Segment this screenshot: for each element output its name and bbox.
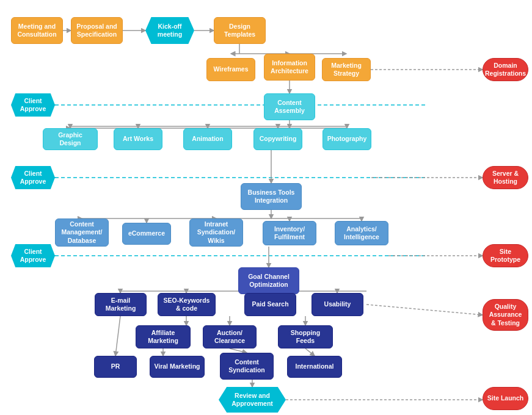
inventory-node: Inventory/ Fulfilment (263, 221, 316, 245)
usability-node: Usability (312, 293, 363, 316)
biz_tools-node: Business Tools Integration (241, 183, 302, 210)
qa_testing-node: Quality Assurance & Testing (483, 299, 528, 331)
international-node: International (287, 356, 342, 378)
viral_mkt-node: Viral Marketing (150, 356, 205, 378)
svg-line-44 (115, 316, 120, 356)
info_arch-node: Information Architecture (264, 54, 315, 81)
content_mgmt-node: Content Management/ Database (55, 218, 109, 247)
design_templates-node: Design Templates (214, 17, 266, 44)
content_assembly-node: Content Assembly (264, 93, 315, 120)
graphic_design-node: Graphic Design (43, 128, 98, 150)
animation-node: Animation (183, 128, 232, 150)
pr-node: PR (94, 356, 137, 378)
email_mkt-node: E-mail Marketing (95, 293, 147, 316)
svg-line-47 (305, 348, 315, 356)
photography-node: Photography (322, 128, 371, 150)
site_prototype-node: Site Prototype (483, 244, 528, 267)
analytics-node: Analytics/ Intelligence (335, 221, 388, 245)
content_syn-node: Content Syndication (220, 353, 274, 380)
client_approve3-node: Client Approve (11, 244, 55, 267)
kickoff-node: Kick-off meeting (145, 17, 194, 44)
intranet_syn-node: Intranet Syndication/ Wikis (189, 218, 243, 247)
svg-line-46 (230, 348, 247, 353)
svg-line-40 (366, 305, 483, 315)
goal_channel-node: Goal Channel Optimization (238, 267, 299, 294)
seo-node: SEO-Keywords & code (158, 293, 216, 316)
shopping_feeds-node: Shopping Feeds (278, 325, 333, 348)
auction-node: Auction/ Clearance (203, 325, 257, 348)
wireframes-node: Wireframes (206, 58, 255, 81)
domain_reg-node: Domain Registrations (483, 58, 528, 81)
copywriting-node: Copywriting (253, 128, 302, 150)
review-node: Review and Approvement (219, 387, 286, 413)
diagram: Meeting and ConsultationProposal and Spe… (0, 0, 532, 415)
meeting-node: Meeting and Consultation (11, 17, 63, 44)
client_approve1-node: Client Approve (11, 93, 55, 117)
ecommerce-node: eCommerce (122, 223, 171, 245)
server_hosting-node: Server & Hosting (483, 166, 528, 189)
proposal-node: Proposal and Specification (71, 17, 123, 44)
client_approve2-node: Client Approve (11, 166, 55, 189)
paid_search-node: Paid Search (244, 293, 296, 316)
site_launch-node: Site Launch (483, 387, 528, 410)
affiliate-node: Affiliate Marketing (136, 325, 191, 348)
art_works-node: Art Works (114, 128, 162, 150)
marketing_strat-node: Marketing Strategy (322, 58, 371, 81)
